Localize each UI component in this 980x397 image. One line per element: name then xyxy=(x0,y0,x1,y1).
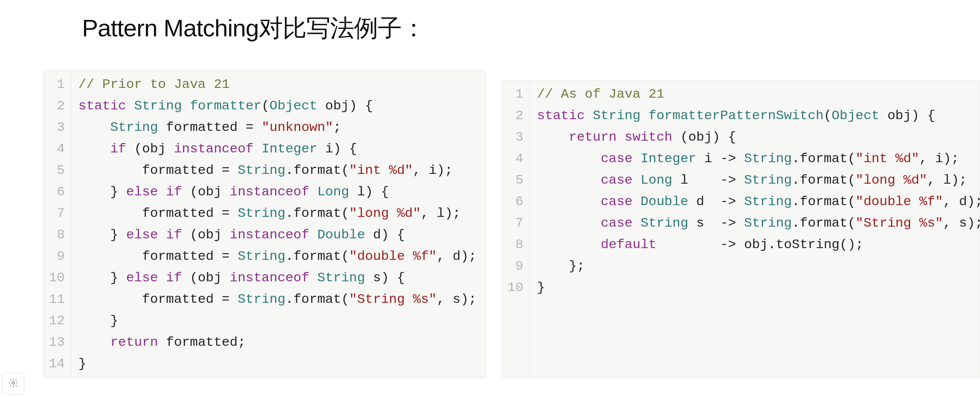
line-number: 4 xyxy=(49,138,65,160)
settings-button[interactable] xyxy=(2,373,24,395)
line-number: 2 xyxy=(49,95,65,117)
token-ident: .format( xyxy=(285,249,349,264)
token-punct xyxy=(78,335,110,350)
token-punct: ; xyxy=(333,120,341,135)
code-line: formatted = String.format("String %s", s… xyxy=(78,289,486,310)
token-ident: formatted; xyxy=(166,335,245,350)
code-line: static String formatter(Object obj) { xyxy=(78,95,486,117)
token-keyword: else if xyxy=(126,270,190,285)
token-keyword: else if xyxy=(126,184,190,199)
token-keyword: instanceof xyxy=(174,141,261,156)
code-line: } xyxy=(537,277,980,299)
line-number: 5 xyxy=(49,160,65,181)
token-punct: } xyxy=(78,356,86,371)
token-type: String xyxy=(593,108,649,123)
line-number: 1 xyxy=(49,74,65,95)
line-number: 12 xyxy=(49,310,65,332)
code-line: String formatted = "unknown"; xyxy=(78,117,486,138)
token-keyword: instanceof xyxy=(230,227,317,242)
line-number: 3 xyxy=(507,127,523,148)
token-type: Integer xyxy=(261,141,325,156)
code-line: case String s -> String.format("String %… xyxy=(537,213,980,234)
line-number: 10 xyxy=(507,277,523,299)
code-line: if (obj instanceof Integer i) { xyxy=(78,138,486,160)
token-string: "long %d" xyxy=(855,173,927,188)
token-ident: formatted xyxy=(78,249,222,264)
token-punct: } xyxy=(78,184,126,199)
token-type: Integer xyxy=(640,151,704,166)
line-number: 9 xyxy=(507,256,523,277)
line-number: 11 xyxy=(49,289,65,310)
token-keyword: case xyxy=(601,151,640,166)
gear-icon xyxy=(8,378,18,390)
token-keyword: case xyxy=(601,173,640,188)
token-ident: l -> xyxy=(680,173,744,188)
token-keyword: default xyxy=(601,237,656,252)
token-type: String xyxy=(238,292,285,307)
line-number: 13 xyxy=(49,332,65,353)
token-type: String xyxy=(238,249,285,264)
token-keyword: case xyxy=(601,216,640,231)
line-number: 6 xyxy=(507,191,523,213)
token-ident: s -> xyxy=(696,216,744,231)
token-ident: (obj xyxy=(190,227,229,242)
token-keyword: case xyxy=(601,194,640,209)
line-number: 5 xyxy=(507,170,523,191)
code-line: static String formatterPatternSwitch(Obj… xyxy=(537,105,980,127)
token-ident: , d); xyxy=(943,194,980,209)
token-ident: , l); xyxy=(927,173,967,188)
token-comment: // As of Java 21 xyxy=(537,87,664,102)
code-line: // As of Java 21 xyxy=(537,84,980,105)
token-type: String xyxy=(744,151,791,166)
token-keyword: return xyxy=(569,130,625,145)
slide-page: Pattern Matching对比写法例子： 1234567891011121… xyxy=(0,0,980,397)
token-punct: } xyxy=(537,280,545,295)
line-number: 10 xyxy=(49,267,65,289)
token-type: String xyxy=(640,216,696,231)
token-ident: , i); xyxy=(919,151,959,166)
token-string: "String %s" xyxy=(349,292,437,307)
token-punct xyxy=(537,194,601,209)
token-type: String xyxy=(134,98,190,113)
token-punct xyxy=(537,237,601,252)
token-punct: ) { xyxy=(911,108,935,123)
token-ident: .format( xyxy=(285,163,349,178)
line-number: 7 xyxy=(49,203,65,224)
code-body-right: // As of Java 21static String formatterP… xyxy=(530,80,980,378)
token-type: Object xyxy=(270,98,325,113)
code-line: formatted = String.format("double %f", d… xyxy=(78,246,486,267)
token-type: String xyxy=(238,206,285,221)
token-punct: } xyxy=(78,313,118,328)
token-punct: ( xyxy=(823,108,831,123)
code-line: }; xyxy=(537,256,980,277)
token-keyword: static xyxy=(537,108,593,123)
token-keyword: instanceof xyxy=(230,270,317,285)
token-type: Double xyxy=(317,227,373,242)
line-number: 7 xyxy=(507,213,523,234)
token-keyword: instanceof xyxy=(230,184,317,199)
token-ident: , i); xyxy=(413,163,453,178)
token-keyword: else if xyxy=(126,227,190,242)
line-number: 4 xyxy=(507,148,523,170)
token-op: = xyxy=(222,292,238,307)
token-ident: .format( xyxy=(792,151,855,166)
line-gutter-right: 12345678910 xyxy=(502,80,530,378)
token-keyword: switch xyxy=(624,130,680,145)
token-type: Long xyxy=(640,173,680,188)
token-ident: obj xyxy=(325,98,349,113)
token-punct xyxy=(78,141,110,156)
token-ident: .format( xyxy=(792,216,855,231)
token-ident: -> obj.toString(); xyxy=(656,237,864,252)
token-type: String xyxy=(317,270,373,285)
code-panel-after: 12345678910 // As of Java 21static Strin… xyxy=(502,80,980,378)
line-number: 8 xyxy=(49,224,65,246)
token-type: String xyxy=(238,163,285,178)
token-ident: , s); xyxy=(437,292,477,307)
token-comment: // Prior to Java 21 xyxy=(78,77,230,92)
token-op: = xyxy=(222,206,238,221)
token-ident: .format( xyxy=(285,292,349,307)
token-type: String xyxy=(744,216,791,231)
token-op: = xyxy=(245,120,261,135)
token-ident: , d); xyxy=(437,249,477,264)
token-string: "double %f" xyxy=(349,249,437,264)
